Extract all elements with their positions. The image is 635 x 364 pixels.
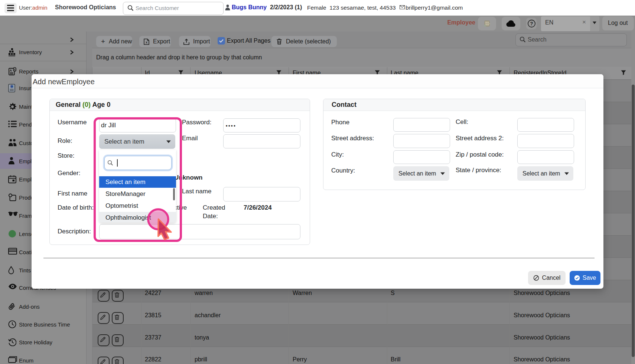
svg-text:x: x xyxy=(146,40,147,44)
svg-text:A: A xyxy=(10,69,12,72)
svg-text:✱: ✱ xyxy=(10,84,13,89)
svg-text:?: ? xyxy=(530,21,533,26)
